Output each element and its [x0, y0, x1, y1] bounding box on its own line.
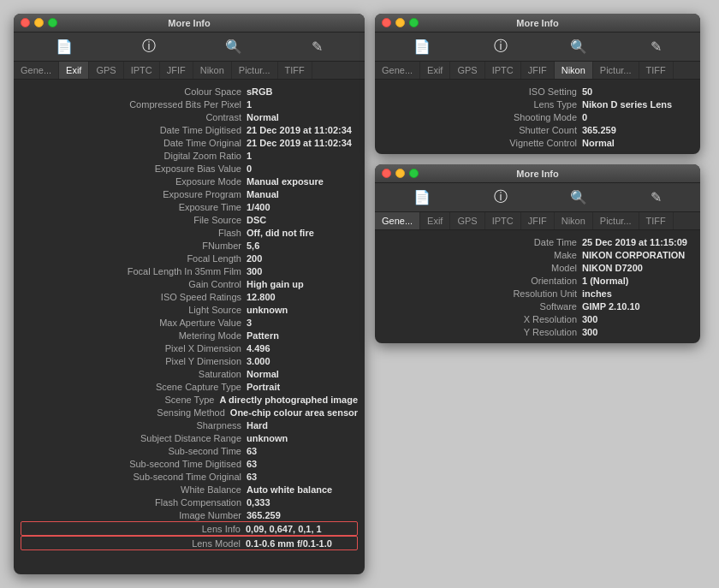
table-row: Exposure Bias Value0: [21, 162, 358, 175]
tab-iptc-left[interactable]: IPTC: [124, 62, 160, 79]
info-icon-tr[interactable]: ⓘ: [489, 36, 513, 57]
table-row: Date Time Digitised21 Dec 2019 at 11:02:…: [21, 123, 358, 136]
tab-nikon-left[interactable]: Nikon: [193, 62, 232, 79]
info-label: ISO Setting: [440, 86, 577, 97]
tab-gene-br[interactable]: Gene...: [375, 212, 420, 229]
tab-iptc-br[interactable]: IPTC: [485, 212, 521, 229]
info-icon-br[interactable]: ⓘ: [489, 187, 513, 208]
tab-jfif-br[interactable]: JFIF: [521, 212, 555, 229]
info-value: 0,333: [247, 497, 358, 508]
info-label: Focal Length In 35mm Film: [104, 266, 241, 276]
info-label: White Balance: [104, 484, 241, 495]
info-value: Normal: [582, 138, 693, 148]
table-row: Vignette ControlNormal: [382, 136, 693, 149]
file-icon[interactable]: 📄: [51, 37, 78, 56]
maximize-button-tr[interactable]: [409, 18, 419, 27]
minimize-button[interactable]: [34, 18, 44, 27]
tab-bar-tr: Gene... Exif GPS IPTC JFIF Nikon Pictur.…: [375, 62, 700, 80]
tab-jfif-tr[interactable]: JFIF: [521, 62, 555, 79]
tab-pictur-br[interactable]: Pictur...: [593, 212, 639, 229]
info-label: Flash: [104, 228, 241, 238]
tab-gene-left[interactable]: Gene...: [14, 62, 59, 79]
info-icon[interactable]: ⓘ: [137, 36, 161, 57]
close-button-br[interactable]: [382, 169, 391, 178]
info-value: DSC: [247, 215, 358, 225]
traffic-lights-br: [382, 169, 419, 178]
table-row: Pixel X Dimension4.496: [21, 342, 358, 354]
file-icon-br[interactable]: 📄: [408, 187, 436, 207]
table-row: FlashOff, did not fire: [21, 226, 358, 239]
file-icon-tr[interactable]: 📄: [408, 37, 436, 56]
info-label: Saturation: [104, 369, 241, 379]
table-row: Digital Zoom Ratio1: [21, 149, 358, 162]
toolbar-br: 📄 ⓘ 🔍 ✎: [375, 183, 700, 212]
table-row: SoftwareGIMP 2.10.10: [382, 300, 693, 312]
info-label: Flash Compensation: [104, 497, 241, 508]
tab-gene-tr[interactable]: Gene...: [375, 62, 420, 79]
minimize-button-br[interactable]: [395, 169, 405, 178]
info-value: 1: [247, 151, 358, 161]
info-value: 365.259: [582, 125, 693, 135]
search-icon-tr[interactable]: 🔍: [565, 37, 592, 56]
info-value: One-chip colour area sensor: [230, 407, 358, 418]
table-row: Focal Length In 35mm Film300: [21, 264, 358, 277]
tab-pictur-left[interactable]: Pictur...: [232, 62, 278, 79]
table-row: Lens Model0.1-0.6 mm f/0.1-1.0: [21, 536, 358, 550]
table-row: Resolution Unitinches: [382, 287, 693, 300]
info-value: 300: [582, 314, 693, 324]
table-row: Sub-second Time63: [21, 444, 358, 457]
table-row: Lens Info0,09, 0,647, 0,1, 1: [21, 521, 358, 536]
info-value: Manual exposure: [247, 176, 358, 187]
search-icon-br[interactable]: 🔍: [565, 187, 592, 207]
info-value: 0,09, 0,647, 0,1, 1: [246, 524, 357, 534]
tab-nikon-tr[interactable]: Nikon: [555, 62, 593, 79]
info-value: 4.496: [247, 343, 358, 353]
info-label: Metering Mode: [104, 330, 241, 341]
info-label: Scene Type: [77, 395, 214, 405]
table-row: ISO Setting50: [382, 85, 693, 98]
info-value: 63: [247, 472, 358, 482]
tab-exif-br[interactable]: Exif: [420, 212, 450, 229]
tab-tiff-br[interactable]: TIFF: [639, 212, 674, 229]
minimize-button-tr[interactable]: [395, 18, 405, 27]
edit-icon-br[interactable]: ✎: [645, 187, 667, 207]
table-row: Subject Distance Rangeunknown: [21, 431, 358, 444]
tab-exif-left[interactable]: Exif: [59, 62, 89, 79]
table-row: Focal Length200: [21, 252, 358, 264]
tab-nikon-br[interactable]: Nikon: [555, 212, 593, 229]
info-value: NIKON CORPORATION: [582, 250, 693, 260]
tab-iptc-tr[interactable]: IPTC: [485, 62, 521, 79]
tab-gps-left[interactable]: GPS: [89, 62, 123, 79]
info-label: File Source: [104, 215, 241, 225]
tab-gps-tr[interactable]: GPS: [450, 62, 484, 79]
maximize-button[interactable]: [48, 18, 57, 27]
info-value: Off, did not fire: [247, 228, 358, 238]
tab-gps-br[interactable]: GPS: [450, 212, 484, 229]
info-label: Sub-second Time: [104, 446, 241, 456]
tab-pictur-tr[interactable]: Pictur...: [593, 62, 639, 79]
tab-tiff-tr[interactable]: TIFF: [639, 62, 674, 79]
close-button[interactable]: [21, 18, 30, 27]
info-value: 50: [582, 86, 693, 97]
table-row: Date Time Original21 Dec 2019 at 11:02:3…: [21, 136, 358, 149]
tab-exif-tr[interactable]: Exif: [420, 62, 450, 79]
search-icon[interactable]: 🔍: [220, 37, 247, 56]
tab-tiff-left[interactable]: TIFF: [278, 62, 312, 79]
info-label: Resolution Unit: [440, 288, 577, 299]
info-value: 1: [247, 99, 358, 110]
info-value: unknown: [247, 305, 358, 315]
maximize-button-br[interactable]: [409, 169, 419, 178]
table-row: FNumber5,6: [21, 239, 358, 252]
table-row: X Resolution300: [382, 312, 693, 325]
table-row: Light Sourceunknown: [21, 303, 358, 316]
info-value: 300: [247, 266, 358, 276]
title-bar-top-right: More Info: [375, 14, 700, 33]
info-label: Sharpness: [104, 420, 241, 431]
edit-icon[interactable]: ✎: [306, 37, 328, 56]
info-label: Date Time: [440, 237, 577, 247]
edit-icon-tr[interactable]: ✎: [645, 37, 667, 56]
tab-jfif-left[interactable]: JFIF: [160, 62, 193, 79]
info-label: Digital Zoom Ratio: [104, 151, 241, 161]
info-value: 3.000: [247, 356, 358, 366]
close-button-tr[interactable]: [382, 18, 391, 27]
